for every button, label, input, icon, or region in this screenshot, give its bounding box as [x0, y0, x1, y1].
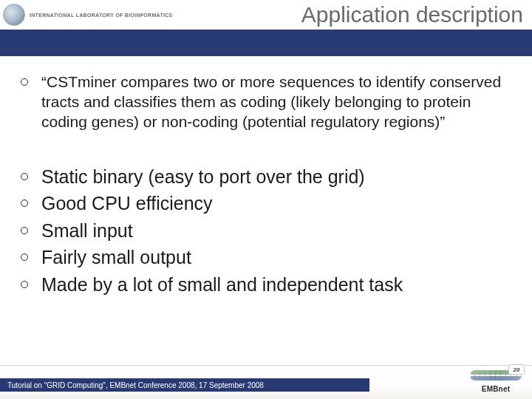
list-item: Static binary (easy to port over the gri… — [21, 165, 502, 189]
embnet-logo: 20 EMBnet — [470, 367, 522, 393]
slide-content: “CSTminer compares two or more sequences… — [0, 56, 532, 296]
helix-icon: 20 — [470, 367, 522, 383]
bullet-icon — [21, 281, 28, 288]
footer-caption: Tutorial on "GRID Computing", EMBnet Con… — [0, 378, 369, 392]
list-item: “CSTminer compares two or more sequences… — [21, 72, 502, 132]
anniversary-badge: 20 — [508, 364, 525, 375]
embnet-label: EMBnet — [482, 385, 510, 393]
logo-text: INTERNATIONAL LABORATORY OF BIOINFORMATI… — [30, 13, 173, 18]
page-title: Application description — [301, 2, 523, 27]
list-item: Good CPU efficiency — [21, 191, 502, 216]
org-logo: INTERNATIONAL LABORATORY OF BIOINFORMATI… — [3, 4, 173, 26]
list-item: Fairly small output — [21, 245, 502, 270]
title-underline-bar — [0, 30, 532, 56]
header-bar: INTERNATIONAL LABORATORY OF BIOINFORMATI… — [0, 0, 532, 30]
list-item: Made by a lot of small and independent t… — [21, 273, 502, 297]
bullet-icon — [21, 253, 28, 261]
list-item: Small input — [21, 219, 502, 243]
logo-icon — [3, 4, 25, 26]
bullet-text: Static binary (easy to port over the gri… — [41, 165, 365, 189]
bullet-icon — [21, 173, 28, 180]
bullet-icon — [21, 227, 28, 234]
bullet-text: Fairly small output — [41, 245, 191, 270]
quote-text: “CSTminer compares two or more sequences… — [41, 72, 502, 132]
bullet-text: Good CPU efficiency — [41, 191, 213, 216]
bullet-text: Made by a lot of small and independent t… — [41, 273, 403, 297]
bullet-icon — [21, 200, 28, 207]
bullet-icon — [21, 78, 28, 86]
bullet-text: Small input — [41, 219, 133, 243]
